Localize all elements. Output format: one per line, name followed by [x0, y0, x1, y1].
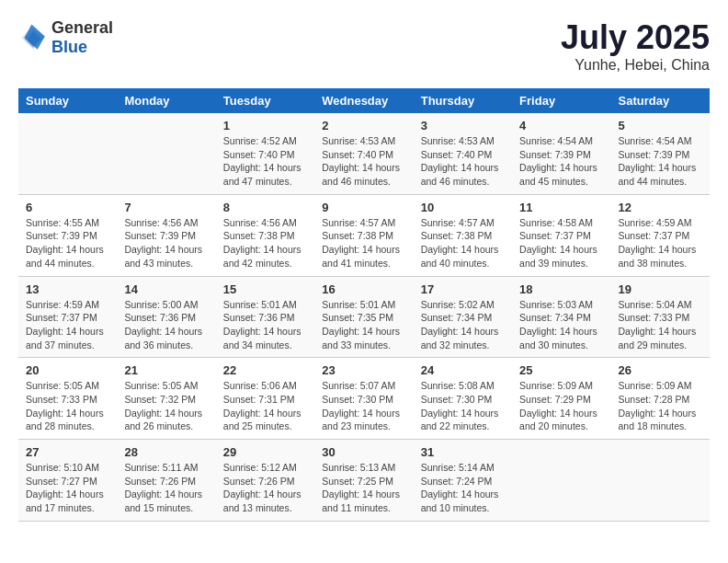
- calendar-cell: [117, 113, 215, 194]
- weekday-header-monday: Monday: [117, 88, 215, 113]
- calendar-cell: 21Sunrise: 5:05 AMSunset: 7:32 PMDayligh…: [117, 358, 215, 440]
- day-number: 29: [223, 445, 307, 459]
- day-number: 17: [421, 282, 505, 296]
- calendar-cell: 10Sunrise: 4:57 AMSunset: 7:38 PMDayligh…: [414, 194, 512, 276]
- calendar-cell: 18Sunrise: 5:03 AMSunset: 7:34 PMDayligh…: [512, 276, 610, 358]
- logo-general-text: General: [51, 18, 113, 37]
- day-info: Sunrise: 4:56 AMSunset: 7:39 PMDaylight:…: [124, 216, 208, 270]
- day-info: Sunrise: 5:14 AMSunset: 7:24 PMDaylight:…: [421, 461, 505, 515]
- calendar-cell: 31Sunrise: 5:14 AMSunset: 7:24 PMDayligh…: [414, 440, 512, 522]
- day-info: Sunrise: 5:13 AMSunset: 7:25 PMDaylight:…: [322, 461, 405, 515]
- day-info: Sunrise: 4:52 AMSunset: 7:40 PMDaylight:…: [223, 134, 307, 189]
- weekday-header-saturday: Saturday: [611, 88, 710, 113]
- calendar-cell: 29Sunrise: 5:12 AMSunset: 7:26 PMDayligh…: [216, 440, 314, 522]
- day-info: Sunrise: 4:56 AMSunset: 7:38 PMDaylight:…: [223, 216, 307, 270]
- day-number: 20: [26, 363, 109, 377]
- calendar-week-row: 1Sunrise: 4:52 AMSunset: 7:40 PMDaylight…: [18, 113, 710, 194]
- day-info: Sunrise: 5:09 AMSunset: 7:29 PMDaylight:…: [519, 379, 603, 433]
- weekday-header-row: SundayMondayTuesdayWednesdayThursdayFrid…: [18, 88, 710, 113]
- calendar-cell: 28Sunrise: 5:11 AMSunset: 7:26 PMDayligh…: [117, 440, 215, 522]
- day-number: 5: [619, 119, 702, 132]
- day-number: 16: [322, 282, 405, 296]
- calendar-cell: 25Sunrise: 5:09 AMSunset: 7:29 PMDayligh…: [512, 358, 610, 440]
- day-info: Sunrise: 5:04 AMSunset: 7:33 PMDaylight:…: [619, 298, 702, 352]
- day-number: 22: [223, 363, 307, 377]
- calendar-cell: [611, 440, 710, 522]
- calendar-cell: 19Sunrise: 5:04 AMSunset: 7:33 PMDayligh…: [611, 276, 710, 358]
- calendar-week-row: 27Sunrise: 5:10 AMSunset: 7:27 PMDayligh…: [18, 440, 710, 522]
- calendar-cell: 1Sunrise: 4:52 AMSunset: 7:40 PMDaylight…: [216, 113, 314, 194]
- calendar-cell: 2Sunrise: 4:53 AMSunset: 7:40 PMDaylight…: [314, 113, 413, 194]
- day-number: 11: [519, 201, 603, 214]
- calendar-cell: 6Sunrise: 4:55 AMSunset: 7:39 PMDaylight…: [18, 194, 117, 276]
- day-info: Sunrise: 4:53 AMSunset: 7:40 PMDaylight:…: [421, 134, 505, 189]
- day-number: 26: [619, 363, 702, 377]
- calendar-cell: [512, 440, 610, 522]
- day-number: 12: [619, 201, 702, 214]
- day-info: Sunrise: 4:53 AMSunset: 7:40 PMDaylight:…: [322, 134, 405, 189]
- calendar-cell: 26Sunrise: 5:09 AMSunset: 7:28 PMDayligh…: [611, 358, 710, 440]
- calendar-cell: 30Sunrise: 5:13 AMSunset: 7:25 PMDayligh…: [314, 440, 413, 522]
- day-info: Sunrise: 4:54 AMSunset: 7:39 PMDaylight:…: [619, 134, 702, 189]
- day-info: Sunrise: 5:07 AMSunset: 7:30 PMDaylight:…: [322, 379, 405, 433]
- calendar-cell: 7Sunrise: 4:56 AMSunset: 7:39 PMDaylight…: [117, 194, 215, 276]
- calendar-cell: 5Sunrise: 4:54 AMSunset: 7:39 PMDaylight…: [611, 113, 710, 194]
- day-number: 6: [26, 201, 109, 214]
- day-info: Sunrise: 4:57 AMSunset: 7:38 PMDaylight:…: [421, 216, 505, 270]
- calendar-cell: 4Sunrise: 4:54 AMSunset: 7:39 PMDaylight…: [512, 113, 610, 194]
- day-info: Sunrise: 5:11 AMSunset: 7:26 PMDaylight:…: [124, 461, 208, 515]
- day-number: 9: [322, 201, 405, 214]
- day-info: Sunrise: 4:54 AMSunset: 7:39 PMDaylight:…: [519, 134, 603, 189]
- calendar-cell: 20Sunrise: 5:05 AMSunset: 7:33 PMDayligh…: [18, 358, 117, 440]
- day-info: Sunrise: 5:03 AMSunset: 7:34 PMDaylight:…: [519, 298, 603, 352]
- day-number: 30: [322, 445, 405, 459]
- page-header: General Blue July 2025 Yunhe, Hebei, Chi…: [18, 18, 710, 74]
- day-info: Sunrise: 5:12 AMSunset: 7:26 PMDaylight:…: [223, 461, 307, 515]
- day-number: 28: [124, 445, 208, 459]
- day-number: 27: [26, 445, 109, 459]
- calendar-week-row: 13Sunrise: 4:59 AMSunset: 7:37 PMDayligh…: [18, 276, 710, 358]
- calendar-cell: 12Sunrise: 4:59 AMSunset: 7:37 PMDayligh…: [611, 194, 710, 276]
- calendar-week-row: 20Sunrise: 5:05 AMSunset: 7:33 PMDayligh…: [18, 358, 710, 440]
- calendar-cell: 22Sunrise: 5:06 AMSunset: 7:31 PMDayligh…: [216, 358, 314, 440]
- day-number: 15: [223, 282, 307, 296]
- day-info: Sunrise: 5:05 AMSunset: 7:32 PMDaylight:…: [124, 379, 208, 433]
- day-number: 23: [322, 363, 405, 377]
- calendar-cell: 11Sunrise: 4:58 AMSunset: 7:37 PMDayligh…: [512, 194, 610, 276]
- calendar-cell: 15Sunrise: 5:01 AMSunset: 7:36 PMDayligh…: [216, 276, 314, 358]
- title-block: July 2025 Yunhe, Hebei, China: [561, 18, 710, 74]
- logo-blue-text: Blue: [51, 38, 87, 56]
- weekday-header-sunday: Sunday: [18, 88, 117, 113]
- day-number: 19: [619, 282, 702, 296]
- month-year-title: July 2025: [561, 18, 710, 57]
- calendar-cell: 16Sunrise: 5:01 AMSunset: 7:35 PMDayligh…: [314, 276, 413, 358]
- day-number: 7: [124, 201, 208, 214]
- day-number: 24: [421, 363, 505, 377]
- day-number: 2: [322, 119, 405, 132]
- day-info: Sunrise: 5:01 AMSunset: 7:36 PMDaylight:…: [223, 298, 307, 352]
- day-number: 4: [519, 119, 603, 132]
- day-number: 25: [519, 363, 603, 377]
- calendar-week-row: 6Sunrise: 4:55 AMSunset: 7:39 PMDaylight…: [18, 194, 710, 276]
- day-info: Sunrise: 5:10 AMSunset: 7:27 PMDaylight:…: [26, 461, 109, 515]
- calendar-cell: 17Sunrise: 5:02 AMSunset: 7:34 PMDayligh…: [414, 276, 512, 358]
- day-info: Sunrise: 5:09 AMSunset: 7:28 PMDaylight:…: [619, 379, 702, 433]
- calendar-table: SundayMondayTuesdayWednesdayThursdayFrid…: [18, 88, 710, 522]
- day-info: Sunrise: 4:59 AMSunset: 7:37 PMDaylight:…: [26, 298, 109, 352]
- weekday-header-tuesday: Tuesday: [216, 88, 314, 113]
- day-info: Sunrise: 5:02 AMSunset: 7:34 PMDaylight:…: [421, 298, 505, 352]
- logo-icon: [18, 23, 48, 52]
- day-number: 14: [124, 282, 208, 296]
- day-info: Sunrise: 4:59 AMSunset: 7:37 PMDaylight:…: [619, 216, 702, 270]
- weekday-header-wednesday: Wednesday: [314, 88, 413, 113]
- day-info: Sunrise: 4:55 AMSunset: 7:39 PMDaylight:…: [26, 216, 109, 270]
- day-number: 18: [519, 282, 603, 296]
- calendar-cell: 14Sunrise: 5:00 AMSunset: 7:36 PMDayligh…: [117, 276, 215, 358]
- day-info: Sunrise: 5:01 AMSunset: 7:35 PMDaylight:…: [322, 298, 405, 352]
- calendar-cell: 24Sunrise: 5:08 AMSunset: 7:30 PMDayligh…: [414, 358, 512, 440]
- weekday-header-thursday: Thursday: [414, 88, 512, 113]
- day-info: Sunrise: 4:58 AMSunset: 7:37 PMDaylight:…: [519, 216, 603, 270]
- day-number: 13: [26, 282, 109, 296]
- logo: General Blue: [18, 18, 113, 57]
- calendar-cell: 27Sunrise: 5:10 AMSunset: 7:27 PMDayligh…: [18, 440, 117, 522]
